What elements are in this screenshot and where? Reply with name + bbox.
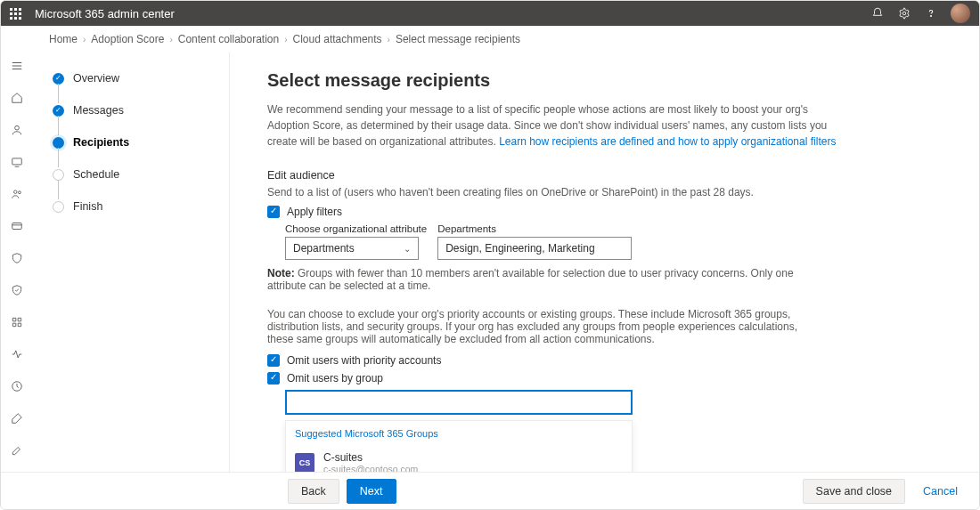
apply-filters-row: Apply filters	[267, 206, 952, 218]
departments-label: Departments	[437, 223, 632, 234]
rail-teams-icon[interactable]	[9, 186, 25, 202]
attribute-label: Choose organizational attribute	[285, 223, 427, 234]
filters-row: Choose organizational attribute Departme…	[285, 223, 952, 260]
attribute-select[interactable]: Departments ⌄	[285, 237, 419, 260]
breadcrumb: Home› Adoption Score› Content collaborat…	[1, 26, 979, 53]
chevron-right-icon: ›	[169, 35, 172, 45]
apply-filters-checkbox[interactable]	[267, 206, 280, 218]
omit-priority-row: Omit users with priority accounts	[267, 354, 952, 367]
chevron-right-icon: ›	[284, 35, 287, 45]
step-done-icon	[53, 105, 64, 117]
crumb-adoption[interactable]: Adoption Score	[91, 33, 164, 45]
content-pane: Select message recipients We recommend s…	[229, 53, 979, 472]
rail-devices-icon[interactable]	[9, 154, 25, 170]
step-label: Recipients	[73, 136, 129, 149]
apply-filters-label: Apply filters	[287, 206, 342, 218]
omit-priority-label: Omit users with priority accounts	[287, 354, 441, 367]
page-title: Select message recipients	[267, 70, 952, 91]
attribute-value: Departments	[293, 242, 355, 255]
group-email: c-suites@contoso.com	[323, 464, 418, 472]
back-button[interactable]: Back	[288, 479, 339, 504]
step-messages[interactable]: Messages	[53, 104, 220, 117]
crumb-current: Select message recipients	[396, 33, 520, 45]
suggested-groups-list: Suggested Microsoft 365 Groups CS C-suit…	[285, 420, 633, 472]
omit-group-checkbox[interactable]	[267, 372, 280, 385]
rail-security-icon[interactable]	[9, 250, 25, 266]
omit-priority-checkbox[interactable]	[267, 354, 280, 367]
notifications-icon[interactable]	[870, 6, 885, 20]
step-recipients[interactable]: Recipients	[53, 136, 220, 149]
step-done-icon	[53, 73, 64, 85]
rail-edit-icon[interactable]	[9, 442, 25, 458]
rail-admin-icon[interactable]	[9, 378, 25, 394]
chevron-right-icon: ›	[83, 35, 86, 45]
rail-shield-icon[interactable]	[9, 282, 25, 298]
footer: Back Next Save and close Cancel	[1, 472, 979, 509]
step-pending-icon	[53, 169, 64, 181]
omit-group-label: Omit users by group	[287, 372, 383, 385]
app-launcher-icon[interactable]	[10, 8, 24, 20]
step-pending-icon	[53, 201, 64, 213]
edit-audience-heading: Edit audience	[267, 169, 952, 182]
svg-point-2	[15, 125, 20, 130]
step-overview[interactable]: Overview	[53, 72, 220, 85]
step-label: Finish	[73, 200, 102, 213]
crumb-attach[interactable]: Cloud attachments	[293, 33, 382, 45]
chevron-down-icon: ⌄	[404, 244, 411, 254]
svg-point-5	[18, 191, 20, 194]
svg-point-0	[902, 12, 906, 15]
edit-audience-sub: Send to a list of (users who haven't bee…	[267, 186, 952, 198]
rail-reports-icon[interactable]	[9, 314, 25, 330]
chevron-right-icon: ›	[388, 35, 390, 45]
app-title: Microsoft 365 admin center	[35, 7, 175, 20]
step-current-icon	[53, 137, 64, 149]
rail-setup-icon[interactable]	[9, 410, 25, 426]
help-icon[interactable]	[924, 6, 938, 20]
step-label: Messages	[73, 104, 124, 117]
rail-health-icon[interactable]	[9, 346, 25, 362]
topbar: Microsoft 365 admin center	[1, 1, 979, 26]
departments-value: Design, Engineering, Marketing	[445, 242, 594, 255]
group-search-input[interactable]	[285, 390, 633, 415]
step-label: Schedule	[73, 168, 119, 181]
next-button[interactable]: Next	[347, 479, 396, 504]
crumb-home[interactable]: Home	[49, 33, 78, 45]
group-name: C-suites	[323, 451, 418, 464]
crumb-collab[interactable]: Content collaboration	[178, 33, 279, 45]
page-intro: We recommend sending your message to a l…	[267, 101, 837, 150]
step-finish[interactable]: Finish	[53, 200, 220, 213]
cancel-link[interactable]: Cancel	[923, 485, 958, 498]
left-rail	[1, 53, 33, 472]
svg-rect-3	[12, 158, 22, 165]
svg-rect-6	[12, 223, 22, 230]
rail-menu-icon[interactable]	[9, 58, 25, 74]
omit-group-row: Omit users by group	[267, 372, 952, 385]
suggested-item[interactable]: CS C-suitesc-suites@contoso.com	[286, 446, 632, 472]
user-avatar[interactable]	[951, 4, 970, 23]
note-label: Note:	[267, 267, 295, 279]
note-body: Groups with fewer than 10 members aren't…	[267, 267, 794, 292]
departments-input[interactable]: Design, Engineering, Marketing	[437, 237, 632, 260]
wizard-steps: Overview Messages Recipients Schedule Fi…	[33, 53, 229, 472]
learn-more-link[interactable]: Learn how recipients are defined and how…	[499, 135, 836, 148]
main-layout: Overview Messages Recipients Schedule Fi…	[1, 53, 979, 472]
exclude-desc: You can choose to exclude your org's pri…	[267, 308, 820, 345]
group-badge-icon: CS	[295, 453, 314, 472]
step-schedule[interactable]: Schedule	[53, 168, 220, 181]
save-close-button[interactable]: Save and close	[803, 479, 905, 504]
rail-users-icon[interactable]	[9, 122, 25, 138]
step-label: Overview	[73, 72, 119, 85]
note-text: Note: Groups with fewer than 10 members …	[267, 267, 820, 292]
settings-icon[interactable]	[897, 6, 911, 20]
suggested-header: Suggested Microsoft 365 Groups	[286, 421, 632, 446]
rail-home-icon[interactable]	[9, 90, 25, 106]
svg-point-4	[14, 190, 18, 194]
svg-point-1	[931, 15, 932, 16]
rail-billing-icon[interactable]	[9, 218, 25, 234]
